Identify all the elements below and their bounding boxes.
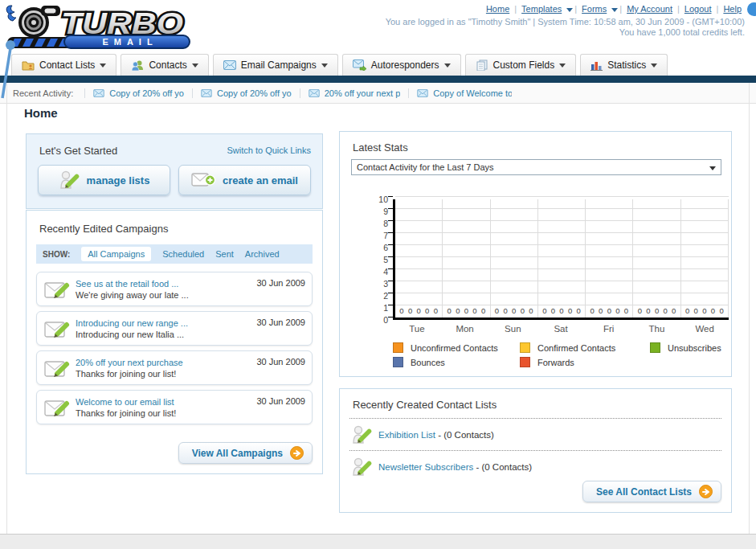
nav-link-help[interactable]: Help [723, 4, 742, 14]
bar-value-labels: 00000 [491, 306, 537, 315]
campaign-row[interactable]: See us at the retail food ... We're givi… [36, 272, 313, 306]
campaign-title-link[interactable]: Introducing our new range ... [76, 318, 256, 329]
bar-value-label: 0 [503, 306, 507, 315]
recent-activity-label: Recent Activity: [13, 88, 73, 98]
tab-custom-fields[interactable]: Custom Fields [465, 54, 577, 76]
campaign-row[interactable]: 20% off your next purchase Thanks for jo… [36, 350, 313, 385]
campaign-title-link[interactable]: Welcome to our email list [76, 396, 256, 408]
manage-lists-button[interactable]: manage lists [38, 165, 170, 195]
campaign-subtitle: Thanks for joining our list! [76, 368, 256, 379]
filter-archived[interactable]: Archived [245, 249, 280, 259]
campaign-title-link[interactable]: 20% off your next purchase [76, 357, 256, 368]
chevron-down-icon [709, 166, 716, 170]
recent-activity-text: Copy of 20% off yo [217, 88, 292, 98]
bar-value-label: 0 [615, 306, 619, 315]
recent-activity-item[interactable]: Copy of Welcome to [408, 88, 520, 98]
recent-activity-item[interactable]: Copy of 20% off yo [84, 88, 192, 98]
person-pencil-icon [59, 170, 80, 191]
contact-list-link[interactable]: Newsletter Subscribers [378, 462, 473, 472]
campaign-date: 30 Jun 2009 [256, 278, 305, 288]
tab-contact-lists[interactable]: Contact Lists [11, 54, 116, 76]
bar-value-label: 0 [521, 306, 525, 315]
gridline [395, 196, 729, 197]
bar-value-label: 0 [672, 306, 676, 315]
page-title: Home [24, 106, 58, 120]
filter-all-campaigns[interactable]: All Campaigns [81, 247, 151, 261]
tab-label: Contact Lists [39, 59, 95, 71]
recent-activity-item[interactable]: 20% off your next p [300, 88, 409, 98]
contact-list-item[interactable]: Newsletter Subscribers - (0 Contacts) [351, 457, 532, 477]
nav-link-forms[interactable]: Forms [582, 4, 607, 14]
tab-statistics[interactable]: Statistics [580, 54, 668, 76]
envelope-icon [309, 89, 320, 97]
y-axis-tick-mark [388, 317, 393, 318]
view-all-campaigns-button[interactable]: View All Campaigns [178, 442, 313, 464]
bar-value-label: 0 [425, 306, 429, 315]
y-axis-tick-label: 1 [367, 303, 388, 313]
chevron-down-icon [566, 8, 573, 12]
y-axis-tick-mark [388, 220, 393, 221]
envelope-plus-icon [191, 171, 215, 189]
campaign-date: 30 Jun 2009 [256, 396, 305, 406]
dotted-divider [349, 450, 721, 451]
filter-scheduled[interactable]: Scheduled [162, 249, 204, 259]
bar-value-label: 0 [590, 306, 594, 315]
header: TURBO EMAIL Home|Templates|Forms|My Acco… [0, 0, 756, 53]
legend-swatch [650, 342, 660, 353]
latest-stats-title: Latest Stats [353, 141, 408, 154]
y-axis-tick-label: 8 [367, 219, 388, 228]
campaign-date: 30 Jun 2009 [256, 357, 305, 367]
nav-link-templates[interactable]: Templates [521, 4, 562, 14]
x-axis-label: Fri [585, 324, 633, 334]
nav-separator: | [619, 4, 622, 14]
envelope-pencil-icon [43, 357, 71, 379]
contact-list-count: - (0 Contacts) [473, 462, 532, 472]
y-axis-tick-mark [388, 268, 393, 269]
bar-value-label: 0 [542, 306, 546, 315]
get-started-title: Let's Get Started [39, 145, 117, 157]
bar-value-label: 0 [664, 306, 668, 315]
credits-text: You have 1,000 total credits left. [386, 27, 745, 37]
stats-report-select[interactable]: Contact Activity for the Last 7 Days [351, 159, 721, 175]
tab-contacts[interactable]: Contacts [121, 54, 208, 76]
legend-label: Forwards [537, 358, 574, 367]
campaign-row[interactable]: Introducing our new range ... Introducin… [36, 311, 313, 346]
campaign-row[interactable]: Welcome to our email list Thanks for joi… [36, 390, 313, 424]
tab-autoresponders[interactable]: Autoresponders [342, 54, 461, 76]
envelope-pencil-icon [43, 318, 71, 340]
filter-sent[interactable]: Sent [215, 249, 234, 259]
bar-value-label: 0 [624, 306, 628, 315]
turbo-email-logo[interactable]: TURBO EMAIL [3, 2, 194, 55]
y-axis-tick-label: 2 [367, 291, 388, 301]
bar-value-label: 0 [472, 306, 476, 315]
logo-graphic: TURBO EMAIL [3, 2, 194, 51]
see-all-contact-lists-button[interactable]: See All Contact Lists [582, 481, 721, 502]
nav-separator: | [717, 4, 719, 14]
legend-label: Unsubscribes [668, 343, 721, 353]
arrow-right-icon [699, 485, 713, 498]
chevron-down-icon [444, 64, 451, 68]
app-root: TURBO EMAIL Home|Templates|Forms|My Acco… [0, 0, 756, 549]
recent-activity-bar: Recent Activity: Copy of 20% off yo Copy… [0, 83, 756, 104]
switch-quick-links-link[interactable]: Switch to Quick Links [227, 145, 311, 155]
chevron-down-icon [321, 64, 328, 68]
contact-list-item[interactable]: Exhibition List - (0 Contacts) [351, 424, 494, 445]
nav-link-logout[interactable]: Logout [684, 4, 712, 14]
create-email-button[interactable]: create an email [178, 165, 311, 195]
navy-divider-bar [0, 76, 756, 83]
campaign-title-link[interactable]: See us at the retail food ... [76, 278, 256, 289]
contact-list-link[interactable]: Exhibition List [378, 430, 435, 440]
bar-value-label: 0 [719, 306, 723, 315]
tab-email-campaigns[interactable]: Email Campaigns [213, 54, 338, 76]
campaign-subtitle: We're giving away our late ... [76, 289, 256, 301]
get-started-panel: Let's Get Started Switch to Quick Links … [26, 133, 323, 209]
recent-activity-item[interactable]: Copy of 20% off yo [192, 88, 300, 98]
campaign-texts: Introducing our new range ... Introducin… [76, 318, 256, 340]
create-email-label: create an email [223, 174, 298, 186]
y-axis-tick-label: 3 [367, 279, 388, 289]
nav-link-home[interactable]: Home [486, 4, 509, 14]
chart-x-axis: TueMonSunSatFriThuWed [393, 324, 729, 334]
nav-link-my-account[interactable]: My Account [627, 4, 672, 14]
bar-value-label: 0 [512, 306, 516, 315]
x-axis-label: Tue [393, 324, 441, 334]
